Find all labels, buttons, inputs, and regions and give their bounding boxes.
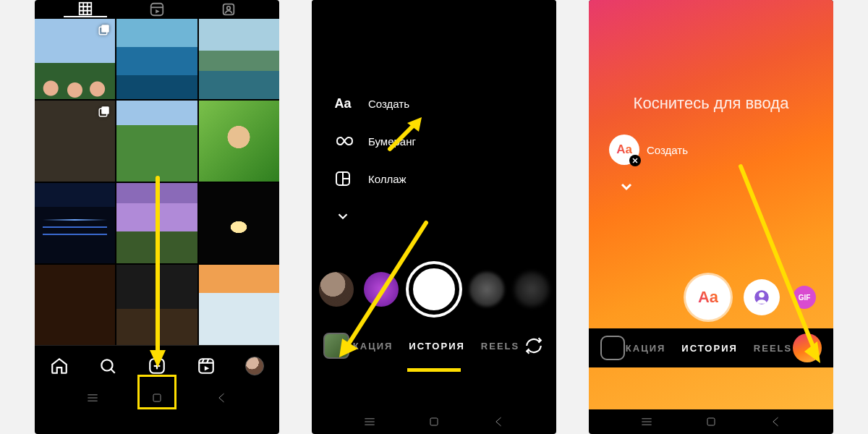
gallery-thumb[interactable] bbox=[600, 336, 625, 360]
camera-bottom-bar: КАЦИЯ ИСТОРИЯ REELS bbox=[312, 324, 556, 367]
grid-cell[interactable] bbox=[199, 183, 279, 263]
back-icon[interactable] bbox=[492, 414, 506, 429]
mode-boomerang[interactable]: Бумеранг bbox=[332, 130, 416, 152]
mode-more[interactable] bbox=[332, 205, 416, 227]
layout-icon bbox=[332, 168, 354, 190]
svg-rect-27 bbox=[153, 394, 161, 401]
filter-thumb[interactable] bbox=[514, 272, 549, 307]
create-action-row: Aa GIF bbox=[686, 275, 816, 320]
phone-story-camera: Aa Создать Бумеранг Коллаж bbox=[312, 0, 556, 434]
tab-grid[interactable] bbox=[64, 1, 107, 17]
svg-rect-12 bbox=[102, 107, 110, 115]
grid-cell[interactable] bbox=[116, 19, 197, 99]
tab-story[interactable]: ИСТОРИЯ bbox=[681, 343, 738, 354]
svg-line-15 bbox=[111, 369, 115, 373]
recent-apps-icon[interactable] bbox=[362, 414, 377, 429]
tab-tagged[interactable] bbox=[207, 1, 250, 17]
nav-reels[interactable] bbox=[194, 354, 218, 378]
recent-apps-icon[interactable] bbox=[85, 391, 100, 405]
grid-cell[interactable] bbox=[116, 101, 197, 181]
home-icon[interactable] bbox=[704, 414, 718, 429]
infinity-icon bbox=[332, 130, 354, 152]
home-icon[interactable] bbox=[150, 391, 164, 405]
grid-cell[interactable] bbox=[116, 265, 197, 345]
camera-bottom-bar: КАЦИЯ ИСТОРИЯ REELS bbox=[589, 328, 833, 367]
mention-button[interactable] bbox=[744, 279, 780, 315]
back-icon[interactable] bbox=[215, 391, 229, 405]
background-color-button[interactable] bbox=[793, 333, 822, 362]
home-icon[interactable] bbox=[427, 414, 441, 429]
capture-mode-tabs[interactable]: КАЦИЯ ИСТОРИЯ REELS bbox=[353, 341, 519, 352]
filter-carousel[interactable] bbox=[312, 263, 556, 315]
android-nav-bar bbox=[589, 409, 833, 434]
svg-rect-5 bbox=[151, 4, 163, 16]
chevron-down-icon[interactable] bbox=[618, 178, 635, 198]
capture-mode-tabs[interactable]: КАЦИЯ ИСТОРИЯ REELS bbox=[626, 343, 792, 354]
gif-button[interactable]: GIF bbox=[793, 286, 816, 309]
nav-home[interactable] bbox=[47, 354, 72, 378]
bottom-nav bbox=[35, 345, 279, 386]
svg-point-44 bbox=[759, 292, 765, 298]
create-chip-label: Создать bbox=[647, 144, 688, 156]
tab-reels[interactable]: REELS bbox=[481, 341, 519, 352]
tab-story[interactable]: ИСТОРИЯ bbox=[409, 341, 465, 352]
svg-rect-40 bbox=[430, 418, 438, 425]
recent-apps-icon[interactable] bbox=[639, 414, 654, 429]
grid-cell[interactable] bbox=[35, 265, 115, 345]
shutter-button[interactable] bbox=[409, 264, 459, 315]
svg-line-45 bbox=[741, 166, 814, 350]
nav-profile[interactable] bbox=[242, 354, 267, 378]
mode-create-label: Создать bbox=[368, 98, 409, 110]
tab-reels[interactable] bbox=[135, 1, 179, 17]
svg-marker-23 bbox=[204, 366, 209, 371]
mode-collage-label: Коллаж bbox=[368, 173, 407, 185]
svg-point-14 bbox=[102, 359, 113, 370]
grid-cell[interactable] bbox=[116, 183, 197, 263]
filter-thumb[interactable] bbox=[469, 272, 504, 307]
nav-search[interactable] bbox=[95, 354, 120, 378]
carousel-icon bbox=[98, 105, 111, 118]
tab-publication[interactable]: КАЦИЯ bbox=[353, 341, 393, 352]
svg-rect-50 bbox=[707, 418, 715, 425]
grid-cell[interactable] bbox=[35, 101, 115, 181]
svg-rect-0 bbox=[79, 3, 91, 15]
text-aa-icon: Aa bbox=[332, 93, 354, 114]
svg-rect-19 bbox=[199, 359, 213, 373]
svg-marker-7 bbox=[156, 9, 160, 14]
mode-create[interactable]: Aa Создать bbox=[332, 93, 416, 114]
create-mode-chip[interactable]: Aa Создать bbox=[609, 135, 688, 165]
android-nav-bar bbox=[35, 386, 279, 410]
filter-thumb[interactable] bbox=[319, 272, 354, 307]
text-aa-icon: Aa bbox=[609, 135, 639, 165]
gallery-thumb[interactable] bbox=[323, 333, 349, 359]
tab-publication[interactable]: КАЦИЯ bbox=[626, 343, 666, 354]
chevron-down-icon bbox=[332, 205, 354, 227]
svg-rect-10 bbox=[102, 25, 110, 33]
mode-boomerang-label: Бумеранг bbox=[368, 135, 416, 148]
story-text-canvas[interactable]: Коснитесь для ввода Aa Создать Aa GIF КА… bbox=[589, 0, 833, 409]
tab-reels[interactable]: REELS bbox=[754, 343, 792, 354]
photo-grid bbox=[35, 19, 279, 345]
phone-profile-grid bbox=[35, 0, 279, 434]
story-mode-list: Aa Создать Бумеранг Коллаж bbox=[332, 93, 416, 227]
close-icon[interactable] bbox=[629, 155, 641, 166]
switch-camera-button[interactable] bbox=[523, 335, 545, 357]
grid-cell[interactable] bbox=[35, 183, 115, 263]
grid-cell[interactable] bbox=[199, 101, 279, 181]
profile-content-tabs bbox=[35, 0, 279, 19]
grid-cell[interactable] bbox=[35, 19, 115, 99]
annotation-underline bbox=[407, 368, 461, 372]
filter-thumb[interactable] bbox=[364, 272, 399, 307]
mode-collage[interactable]: Коллаж bbox=[332, 168, 416, 190]
svg-point-9 bbox=[227, 7, 231, 10]
android-nav-bar bbox=[312, 409, 556, 434]
text-style-button[interactable]: Aa bbox=[686, 275, 731, 320]
back-icon[interactable] bbox=[769, 414, 783, 429]
grid-cell[interactable] bbox=[199, 19, 279, 99]
nav-create[interactable] bbox=[145, 354, 169, 378]
carousel-icon bbox=[98, 23, 111, 36]
phone-story-create-text: Коснитесь для ввода Aa Создать Aa GIF КА… bbox=[589, 0, 833, 434]
grid-cell[interactable] bbox=[199, 265, 279, 345]
tap-to-type-hint: Коснитесь для ввода bbox=[589, 94, 833, 113]
